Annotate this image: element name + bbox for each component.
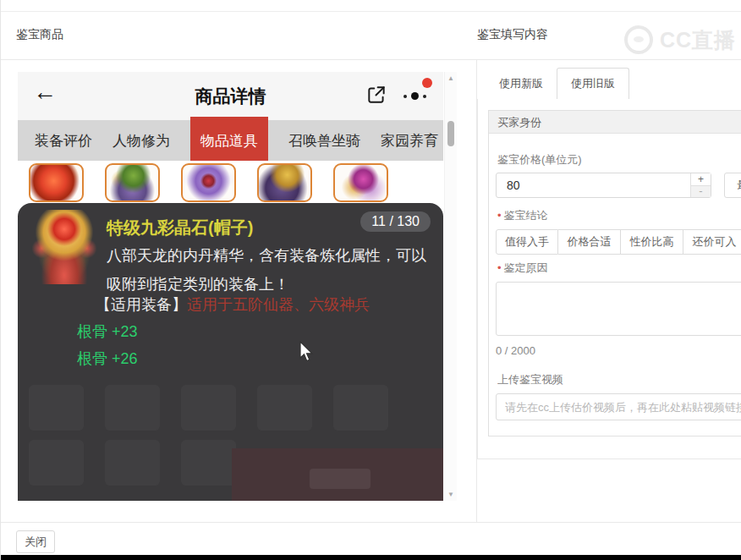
max-price-button[interactable]: 最	[724, 173, 741, 198]
reason-label-text: 鉴定原因	[504, 261, 548, 274]
conclusion-label-text: 鉴宝结论	[504, 209, 548, 222]
cc-logo-text: CC直播	[660, 26, 736, 54]
reason-label: •鉴定原因	[497, 261, 741, 276]
price-row: + - 最	[496, 173, 741, 198]
item-sprite	[107, 165, 158, 200]
required-marker: •	[497, 261, 502, 274]
item-attribute: 根骨 +23	[77, 321, 138, 342]
tab-use-old-version[interactable]: 使用旧版	[557, 68, 629, 100]
price-stepper: + -	[690, 173, 711, 197]
stepper-minus-icon[interactable]: -	[691, 185, 711, 197]
option-worth-buying[interactable]: 值得入手	[496, 229, 558, 255]
item-description-line1: 八部天龙的内丹精华，含有装备炼化属性，可以	[107, 245, 426, 266]
price-input[interactable]	[507, 174, 689, 196]
item-thumbnail[interactable]	[333, 163, 388, 202]
share-icon[interactable]	[365, 84, 387, 106]
item-attribute: 根骨 +26	[77, 349, 138, 369]
tab-character-cultivation[interactable]: 人物修为	[113, 131, 170, 151]
stepper-plus-icon[interactable]: +	[691, 173, 711, 185]
tab-pets-mounts[interactable]: 召唤兽坐骑	[288, 131, 360, 151]
product-screenshot-panel: ← 商品详情 装备评价 人物修为 物品道具 召唤兽坐骑 家园养育	[18, 72, 443, 501]
scrollbar[interactable]: ▲ ▼	[444, 72, 457, 501]
option-fair-price[interactable]: 价格合适	[558, 229, 621, 255]
cc-logo-icon	[624, 25, 653, 54]
price-label: 鉴宝价格(单位元)	[497, 152, 741, 167]
item-name: 特级九彩晶石(帽子)	[107, 217, 253, 239]
dimmed-grid-cell	[181, 385, 236, 431]
dimmed-grid-cell	[333, 385, 388, 431]
dimmed-grid-cell	[29, 385, 84, 431]
form-fieldset: 买家身份 鉴宝价格(单位元) + - 最 •鉴宝结论 值得入手	[488, 110, 741, 436]
item-counter-badge: 11 / 130	[360, 211, 431, 232]
apply-value: 适用于五阶仙器、六级神兵	[187, 296, 370, 313]
item-sprite	[30, 165, 82, 200]
close-button[interactable]: 关闭	[16, 530, 55, 553]
more-icon[interactable]	[403, 92, 426, 100]
tab-equipment-review[interactable]: 装备评价	[35, 131, 92, 151]
dimmed-action-area	[232, 448, 443, 501]
option-bargain-ok[interactable]: 还价可入	[683, 229, 741, 255]
appraisal-form: 买家身份 鉴宝价格(单位元) + - 最 •鉴宝结论 值得入手	[477, 99, 741, 459]
scroll-down-icon[interactable]: ▼	[445, 491, 457, 498]
scrollbar-thumb[interactable]	[447, 121, 454, 146]
dimmed-grid-cell	[257, 385, 312, 431]
phone-header: ← 商品详情	[18, 72, 443, 120]
category-tab-bar: 装备评价 人物修为 物品道具 召唤兽坐骑 家园养育	[18, 120, 443, 161]
item-thumbnail[interactable]	[105, 163, 160, 202]
mouse-cursor	[299, 341, 316, 363]
video-link-input[interactable]	[496, 393, 741, 420]
item-description-line2: 吸附到指定类别的装备上！	[107, 274, 289, 294]
option-good-value[interactable]: 性价比高	[621, 229, 683, 255]
cc-live-watermark: CC直播	[624, 25, 736, 54]
dimmed-grid-cell	[105, 440, 160, 486]
form-tab-bar: 使用新版 使用旧版	[477, 70, 741, 100]
tab-homestead[interactable]: 家园养育	[381, 131, 438, 151]
item-thumbnail[interactable]	[257, 163, 312, 202]
form-body: 鉴宝价格(单位元) + - 最 •鉴宝结论 值得入手 价格合适 性价比	[489, 134, 741, 436]
conclusion-options: 值得入手 价格合适 性价比高 还价可入	[496, 229, 741, 255]
dimmed-grid-cell	[105, 385, 160, 431]
right-panel-title: 鉴宝填写内容	[477, 27, 548, 42]
conclusion-label: •鉴宝结论	[497, 208, 741, 223]
apply-label: 【适用装备】	[96, 296, 187, 313]
tab-use-new-version[interactable]: 使用新版	[486, 69, 557, 99]
item-sprite	[183, 165, 234, 200]
header-divider	[1, 59, 741, 60]
item-apply-line: 【适用装备】适用于五阶仙器、六级神兵	[96, 294, 370, 315]
window-top-divider	[1, 11, 741, 12]
item-thumbnail-row	[18, 161, 443, 203]
footer-divider	[1, 522, 741, 523]
buyer-identity-header: 买家身份	[489, 111, 741, 134]
video-label: 上传鉴宝视频	[497, 372, 741, 387]
appraisal-dialog: 鉴宝商品 鉴宝填写内容 CC直播 ← 商品详情 装备评价 人物修为	[0, 0, 741, 560]
dimmed-grid-cell	[29, 440, 84, 486]
required-marker: •	[497, 209, 502, 222]
bottom-black-bar	[1, 555, 741, 560]
reason-textarea[interactable]	[496, 282, 741, 336]
left-panel-title: 鉴宝商品	[16, 27, 63, 42]
item-thumbnail[interactable]	[29, 163, 84, 202]
item-sprite	[335, 165, 387, 200]
item-sprite	[259, 165, 310, 200]
dimmed-button	[310, 469, 370, 489]
item-thumbnail[interactable]	[181, 163, 236, 202]
item-icon	[29, 210, 100, 284]
char-counter: 0 / 2000	[496, 344, 741, 357]
price-field: + -	[496, 173, 711, 198]
dimmed-grid-cell	[181, 440, 236, 486]
scroll-up-icon[interactable]: ▲	[445, 74, 457, 82]
notification-dot	[422, 78, 432, 88]
tab-items-props[interactable]: 物品道具	[190, 117, 268, 164]
item-tooltip-panel: 特级九彩晶石(帽子) 11 / 130 八部天龙的内丹精华，含有装备炼化属性，可…	[18, 203, 443, 501]
